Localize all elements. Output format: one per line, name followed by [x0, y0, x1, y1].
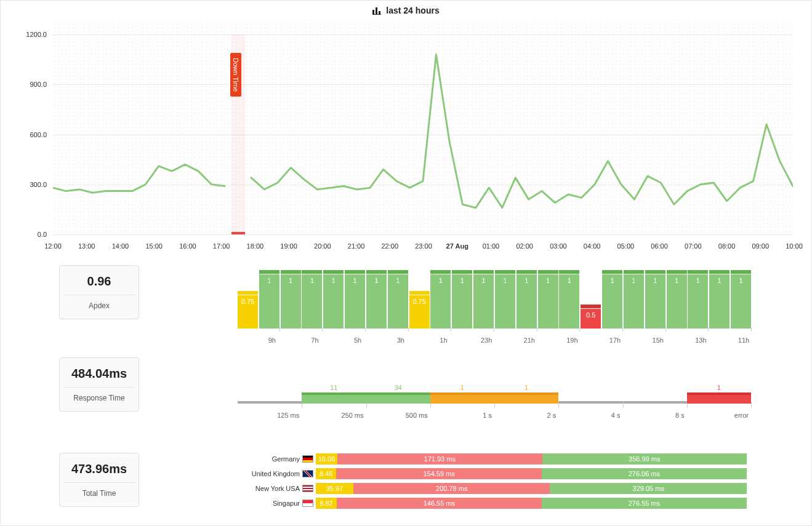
page-title: last 24 hours: [1, 1, 811, 20]
apdex-x-label: 1h: [440, 337, 447, 344]
x-tick: 04:00: [584, 242, 601, 250]
location-name: New York USA: [238, 485, 302, 492]
apdex-bar: 1: [602, 270, 622, 329]
loc-seg-c: 276.06 ms: [542, 468, 747, 479]
loc-seg-a: 8.46: [316, 468, 336, 479]
x-tick: 17:00: [213, 242, 230, 250]
svg-rect-3: [372, 14, 381, 15]
apdex-x-label: 15h: [653, 337, 664, 344]
response-dist-chart: 125 ms 250 ms 500 ms 1 s 2 s 4 s 8 s err…: [238, 364, 750, 419]
response-card: 484.04ms Response Time: [59, 357, 139, 412]
loc-seg-b: 146.55 ms: [337, 498, 542, 509]
resp-tickline: [623, 402, 624, 408]
grid-line: [53, 234, 793, 235]
location-name: Germany: [238, 455, 302, 463]
x-tick: 10:00: [786, 242, 803, 250]
apdex-bar: 1: [323, 270, 344, 329]
resp-tick: 125 ms: [277, 412, 299, 419]
resp-segment: [302, 393, 366, 404]
resp-tick: 8 s: [675, 412, 685, 419]
y-tick: 900.0: [19, 81, 47, 88]
total-card: 473.96ms Total Time: [59, 453, 139, 507]
apdex-x-label: 7h: [311, 337, 318, 344]
apdex-tickline: [408, 328, 409, 332]
resp-segment: [687, 393, 751, 404]
apdex-bar: 1: [645, 270, 665, 329]
y-tick: 0.0: [19, 231, 47, 238]
apdex-bar: 1: [517, 270, 537, 329]
apdex-tickline: [494, 328, 494, 332]
x-tick: 08:00: [718, 242, 736, 250]
loc-seg-a: 8.82: [316, 498, 337, 509]
x-tick: 09:00: [752, 242, 770, 250]
resp-tickline: [751, 402, 752, 408]
x-tick: 03:00: [550, 242, 567, 250]
apdex-bar: 1: [473, 270, 494, 329]
apdex-bar: 1: [430, 270, 451, 329]
apdex-tickline: [451, 328, 451, 332]
x-tick: 06:00: [651, 242, 668, 250]
apdex-bar: 0.5: [581, 305, 601, 329]
response-line: [53, 55, 793, 208]
apdex-tickline: [751, 328, 752, 332]
apdex-x-label: 11h: [738, 337, 749, 344]
loc-seg-c: 329.05 ms: [550, 483, 747, 494]
apdex-label: Apdex: [63, 301, 135, 310]
loc-seg-c: 276.55 ms: [542, 498, 747, 509]
resp-count: 1: [525, 384, 528, 391]
apdex-tickline: [708, 328, 709, 332]
apdex-tickline: [279, 328, 280, 332]
resp-count: 34: [395, 384, 402, 391]
downtime-base: [231, 232, 245, 234]
apdex-bar: 1: [667, 270, 687, 329]
flag-icon: [302, 470, 313, 477]
resp-tick: 500 ms: [406, 412, 428, 419]
y-tick: 600.0: [19, 131, 47, 138]
location-row: New York USA 35.97 200.78 ms 329.05 ms: [238, 482, 750, 495]
apdex-bar: 1: [731, 270, 751, 329]
resp-tick: 4 s: [611, 412, 621, 419]
resp-tick: 250 ms: [341, 412, 363, 419]
downtime-label: Down Time: [230, 53, 241, 97]
x-tick: 21:00: [348, 242, 365, 250]
apdex-bar: 1: [259, 270, 279, 329]
apdex-bar-chart: 0.75 1 1 1 1 1 1: [238, 270, 750, 344]
x-tick: 23:00: [415, 242, 432, 250]
resp-segment: [494, 393, 558, 404]
x-tick: 15:00: [145, 242, 163, 250]
apdex-value: 0.96: [63, 274, 135, 295]
x-tick: 12:00: [44, 242, 62, 250]
apdex-x-label: 13h: [695, 337, 706, 344]
resp-count: 1: [717, 384, 721, 391]
location-row: Germany 10.06 171.93 ms 356.99 ms: [238, 453, 750, 465]
apdex-bar: 1: [538, 270, 558, 329]
apdex-tickline: [537, 328, 537, 332]
apdex-tickline: [665, 328, 666, 332]
apdex-bar: 1: [281, 270, 301, 329]
response-label: Response Time: [63, 394, 135, 402]
location-chart: Germany 10.06 171.93 ms 356.99 ms United…: [238, 453, 750, 512]
total-value: 473.96ms: [63, 462, 135, 483]
loc-seg-b: 171.93 ms: [337, 453, 542, 464]
response-line-chart: 0.0 300.0 600.0 900.0 1200.0 12:0013:001…: [19, 22, 793, 250]
loc-seg-c: 356.99 ms: [542, 453, 747, 464]
resp-tick: 1 s: [483, 412, 492, 419]
apdex-bar: 1: [559, 270, 579, 329]
x-tick: 19:00: [280, 242, 297, 250]
location-row: United Kingdom 8.46 154.59 ms 276.06 ms: [238, 468, 750, 480]
apdex-x-label: 3h: [397, 337, 404, 344]
location-row: Singapur 8.82 146.55 ms 276.55 ms: [238, 497, 750, 509]
resp-segment: [366, 393, 430, 404]
apdex-x-label: 21h: [524, 337, 535, 344]
loc-seg-b: 154.59 ms: [336, 468, 541, 479]
apdex-bar: 1: [345, 270, 365, 329]
flag-icon: [302, 500, 313, 507]
svg-rect-0: [372, 10, 374, 15]
apdex-x-label: 9h: [268, 337, 276, 344]
y-tick: 1200.0: [19, 31, 47, 38]
apdex-bar: 1: [366, 270, 387, 329]
flag-icon: [302, 485, 313, 492]
flag-icon: [302, 455, 313, 463]
apdex-x-label: 17h: [609, 337, 621, 344]
svg-rect-1: [376, 7, 377, 15]
